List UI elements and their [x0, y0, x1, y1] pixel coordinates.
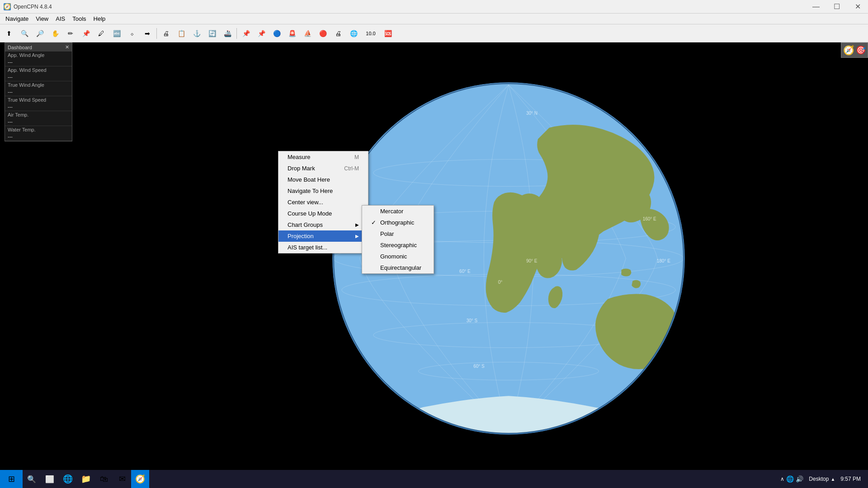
toolbar-pan[interactable]: ✋: [48, 26, 62, 41]
toolbar-print[interactable]: 🖨: [159, 26, 173, 41]
ctx-center-view-label: Center view...: [288, 199, 323, 206]
toolbar-tide[interactable]: 🔄: [205, 26, 219, 41]
toolbar-ais-alert[interactable]: 🚨: [285, 26, 299, 41]
toolbar-pen[interactable]: 🖊: [94, 26, 108, 41]
toolbar-cursor[interactable]: ⬆: [2, 26, 16, 41]
context-menu: Measure M Drop Mark Ctrl-M Move Boat Her…: [278, 151, 368, 253]
toolbar-sailing[interactable]: ⛵: [300, 26, 315, 41]
dash-value-air-temp: ---: [5, 118, 72, 126]
map-container: 30° N 60° E 90° E 0° 30° S 60° S 180° E …: [0, 42, 868, 474]
maximize-button[interactable]: ☐: [826, 0, 847, 14]
toolbar-sos[interactable]: 🆘: [381, 26, 395, 41]
menu-ais[interactable]: AIS: [52, 14, 69, 23]
dash-value-true-wind-speed: ---: [5, 103, 72, 111]
grid-label-30n: 30° N: [526, 111, 538, 116]
close-button[interactable]: ✕: [847, 0, 868, 14]
compass-rose-icon[interactable]: 🧭: [843, 43, 854, 57]
proj-mercator-label: Mercator: [380, 208, 403, 215]
dashboard-header[interactable]: Dashboard ✕: [5, 43, 72, 52]
proj-equirectangular[interactable]: Equirectangular: [362, 262, 434, 273]
toolbar-print2[interactable]: 🖨: [331, 26, 345, 41]
dash-label-air-temp: Air Temp.: [5, 111, 72, 118]
ctx-projection-label: Projection: [288, 233, 314, 239]
taskbar: ⊞ 🔍 ⬜ 🌐 📁 🛍 ✉ 🧭 ∧ 🌐 🔊 Desktop ▲ 9:57 PM: [0, 470, 868, 488]
menu-navigate[interactable]: Navigate: [2, 14, 32, 23]
ctx-measure[interactable]: Measure M: [278, 151, 368, 163]
toolbar-text[interactable]: 🔤: [109, 26, 124, 41]
dash-label-app-wind-speed: App. Wind Speed: [5, 66, 72, 74]
ctx-center-view[interactable]: Center view...: [278, 197, 368, 208]
taskbar-icon-search[interactable]: 🔍: [23, 470, 41, 488]
proj-stereographic[interactable]: Stereographic: [362, 239, 434, 251]
menu-bar: Navigate View AIS Tools Help: [0, 14, 868, 24]
toolbar-route[interactable]: ✏: [63, 26, 78, 41]
tray-network[interactable]: 🌐: [786, 475, 794, 483]
proj-mercator[interactable]: Mercator: [362, 206, 434, 217]
toolbar-anchor[interactable]: ⚓: [189, 26, 204, 41]
proj-polar-label: Polar: [380, 230, 394, 237]
grid-label-60s: 60° S: [473, 364, 485, 369]
desktop-arrow: ▲: [830, 477, 835, 482]
toolbar-zoom-in[interactable]: 🔍: [17, 26, 32, 41]
minimize-button[interactable]: —: [806, 0, 826, 14]
grid-label-90e: 90° E: [526, 258, 538, 263]
taskbar-icon-edge[interactable]: 🌐: [59, 470, 77, 488]
taskbar-icon-taskview[interactable]: ⬜: [41, 470, 59, 488]
grid-label-180e: 180° E: [657, 258, 670, 263]
grid-label-0: 0°: [498, 280, 503, 285]
ctx-ais-target[interactable]: AIS target list...: [278, 242, 368, 253]
menu-help[interactable]: Help: [90, 14, 109, 23]
dashboard-close-icon[interactable]: ✕: [65, 44, 69, 50]
ctx-move-boat[interactable]: Move Boat Here: [278, 174, 368, 185]
ctx-navigate-here-label: Navigate To Here: [288, 188, 333, 194]
toolbar-sep1: [156, 28, 157, 39]
taskbar-icon-opencpn[interactable]: 🧭: [131, 470, 149, 488]
clock-time: 9:57 PM: [840, 476, 861, 482]
toolbar-red-circle[interactable]: 🔴: [316, 26, 330, 41]
ctx-chart-groups-arrow: ▶: [355, 222, 359, 227]
ctx-measure-shortcut: M: [354, 154, 359, 160]
toolbar-eraser[interactable]: ⬦: [125, 26, 139, 41]
toolbar-scale[interactable]: 10.0: [362, 26, 380, 41]
taskbar-icon-explorer[interactable]: 📁: [77, 470, 95, 488]
ctx-drop-mark[interactable]: Drop Mark Ctrl-M: [278, 163, 368, 174]
toolbar-sep2: [236, 28, 237, 39]
proj-equirect-label: Equirectangular: [380, 264, 421, 271]
toolbar-circle[interactable]: 🔵: [269, 26, 284, 41]
start-button[interactable]: ⊞: [0, 470, 23, 488]
toolbar-route-manager[interactable]: 📋: [174, 26, 189, 41]
proj-ortho-check: ✓: [371, 219, 377, 226]
toolbar-mark[interactable]: 📌: [79, 26, 93, 41]
menu-view[interactable]: View: [32, 14, 52, 23]
ctx-drop-mark-label: Drop Mark: [288, 165, 315, 172]
ctx-navigate-here[interactable]: Navigate To Here: [278, 185, 368, 197]
toolbar-zoom-out[interactable]: 🔎: [33, 26, 47, 41]
tray-volume[interactable]: 🔊: [796, 475, 803, 483]
ctx-course-up[interactable]: Course Up Mode: [278, 208, 368, 219]
projection-submenu: Mercator ✓ Orthographic Polar Stereograp…: [362, 205, 434, 274]
menu-tools[interactable]: Tools: [69, 14, 90, 23]
taskbar-icon-mail[interactable]: ✉: [113, 470, 131, 488]
toolbar-boat[interactable]: 🚢: [220, 26, 235, 41]
ctx-chart-groups[interactable]: Chart Groups ▶: [278, 219, 368, 230]
dash-label-water-temp: Water Temp.: [5, 126, 72, 133]
proj-orthographic[interactable]: ✓ Orthographic: [362, 217, 434, 228]
taskbar-icon-store[interactable]: 🛍: [95, 470, 113, 488]
target-icon[interactable]: 🎯: [855, 43, 866, 57]
ctx-drop-mark-shortcut: Ctrl-M: [344, 165, 359, 172]
proj-gnomonic[interactable]: Gnomonic: [362, 251, 434, 262]
app-icon: 🧭: [4, 3, 11, 10]
title-bar: 🧭 OpenCPN 4.8.4 — ☐ ✕: [0, 0, 868, 14]
proj-ortho-label: Orthographic: [380, 219, 414, 226]
ctx-projection[interactable]: Projection ▶: [278, 230, 368, 242]
grid-label-60e: 60° E: [459, 269, 471, 274]
toolbar-globe[interactable]: 🌐: [346, 26, 361, 41]
toolbar-cm93[interactable]: 📌: [239, 26, 253, 41]
toolbar-goto[interactable]: ➡: [140, 26, 155, 41]
system-clock: 9:57 PM: [837, 476, 864, 482]
grid-label-160e: 160° E: [643, 216, 656, 221]
proj-polar[interactable]: Polar: [362, 228, 434, 239]
ctx-measure-label: Measure: [288, 154, 311, 160]
tray-expand[interactable]: ∧: [780, 476, 784, 482]
toolbar-s57[interactable]: 📌: [254, 26, 269, 41]
